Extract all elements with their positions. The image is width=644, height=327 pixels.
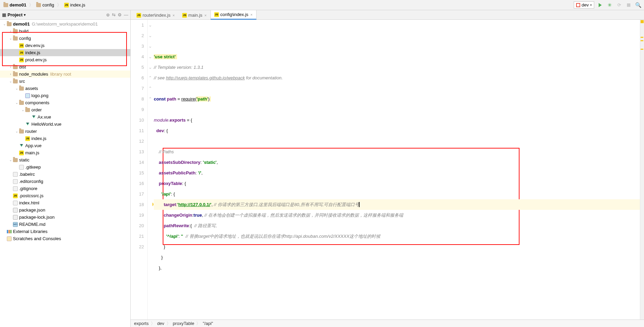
tree-item[interactable]: index.html [0, 199, 130, 206]
tree-twistie[interactable]: › [8, 72, 13, 76]
tree-item[interactable]: logo.png [0, 92, 130, 99]
code-line[interactable]: '/api': { [154, 189, 640, 199]
breadcrumb-item[interactable]: index.js [63, 2, 87, 8]
tree-item[interactable]: ⌄static [0, 156, 130, 164]
tree-item[interactable]: .gitkeep [0, 164, 130, 171]
fold-gutter[interactable]: ⌄⌄⌄⌄⌄⌃⌃⌃ [148, 20, 152, 320]
close-icon[interactable]: × [173, 13, 175, 17]
code-line[interactable] [154, 104, 640, 115]
tree-item[interactable]: ⌄config [0, 35, 130, 42]
fold-handle[interactable]: ⌃ [148, 94, 152, 104]
editor-status-crumb[interactable]: proxyTable [173, 321, 194, 326]
tree-item[interactable]: ⌄router [0, 128, 130, 135]
tree-item[interactable]: .editorconfig [0, 178, 130, 185]
fold-handle[interactable]: ⌄ [148, 20, 152, 30]
intention-bulb-icon[interactable] [152, 202, 153, 206]
warning-marker[interactable] [641, 37, 643, 38]
code-line[interactable]: }, [154, 263, 640, 273]
tree-item[interactable]: README.md [0, 221, 130, 228]
tree-item[interactable]: ⌄src [0, 78, 130, 85]
code-line[interactable] [154, 136, 640, 146]
tree-item[interactable]: Ax.vue [0, 113, 130, 121]
tree-twistie[interactable]: › [8, 65, 13, 69]
code-line[interactable] [154, 273, 640, 284]
close-icon[interactable]: × [204, 13, 206, 17]
tree-item[interactable]: ⌄assets [0, 85, 130, 92]
code-line[interactable]: pathRewrite:{ // 路径重写, [154, 220, 640, 231]
tree-item[interactable]: Scratches and Consoles [0, 235, 130, 242]
tree-item[interactable]: ⌄demo01G:\webstorm_workspace\demo01 [0, 20, 130, 28]
code-line[interactable]: assetsPublicPath: '/', [154, 168, 640, 178]
close-icon[interactable]: × [250, 13, 252, 17]
fold-handle[interactable]: ⌃ [148, 73, 152, 83]
gear-icon[interactable]: ⚙ [118, 12, 122, 17]
project-tree[interactable]: ⌄demo01G:\webstorm_workspace\demo01›buil… [0, 20, 130, 327]
code-line[interactable]: const path = require('path') [154, 94, 640, 104]
code-line[interactable] [154, 83, 640, 94]
tree-item[interactable]: main.js [0, 149, 130, 156]
fold-handle[interactable]: ⌄ [148, 30, 152, 41]
code-content[interactable]: 'use strict' // Template version: 1.3.1/… [152, 20, 640, 320]
tree-twistie[interactable]: ⌄ [2, 22, 7, 26]
locate-icon[interactable]: ⊕ [106, 12, 110, 17]
fold-handle[interactable]: ⌄ [148, 51, 152, 62]
warning-marker[interactable] [641, 40, 643, 41]
editor-status-crumb[interactable]: "/api" [203, 321, 213, 326]
stop-button[interactable] [625, 1, 632, 9]
code-line[interactable]: // Template version: 1.3.1 [154, 62, 640, 73]
tree-item[interactable]: External Libraries [0, 228, 130, 235]
breadcrumb-item[interactable]: demo01 [2, 2, 28, 8]
code-line[interactable]: // Paths [154, 146, 640, 157]
code-line[interactable]: proxyTable: { [154, 178, 640, 189]
tree-item[interactable]: .babelrc [0, 171, 130, 178]
tree-item[interactable]: index.js [0, 49, 130, 56]
tree-twistie[interactable]: ⌄ [8, 158, 13, 162]
tree-item[interactable]: package-lock.json [0, 214, 130, 221]
tree-twistie[interactable]: ⌄ [14, 87, 19, 90]
editor-tab[interactable]: router\index.js× [133, 11, 178, 19]
tree-twistie[interactable]: ⌄ [20, 108, 25, 112]
tree-item[interactable]: prod.env.js [0, 56, 130, 63]
editor-status-crumb[interactable]: exports [134, 321, 149, 326]
tree-twistie[interactable]: › [8, 29, 13, 33]
tree-twistie[interactable]: ⌄ [14, 101, 19, 105]
code-line[interactable]: } [154, 252, 640, 263]
code-line[interactable]: target:'http://127.0.0.1/', // 你请求的第三方接口… [154, 199, 640, 210]
code-line[interactable]: // see http://vuejs-templates.github.io/… [154, 73, 640, 83]
code-line[interactable]: assetsSubDirectory: 'static', [154, 157, 640, 168]
tree-item[interactable]: ›dist [0, 63, 130, 71]
run-config-selector[interactable]: dev ▾ [574, 1, 594, 9]
fold-handle[interactable]: ⌄ [148, 62, 152, 73]
editor-tab[interactable]: main.js× [178, 11, 210, 19]
tree-twistie[interactable]: ⌄ [14, 129, 19, 133]
code-line[interactable]: '^/api': '' // 替换target中的请求地址，也就是说以后你在请求… [154, 231, 640, 242]
search-button[interactable]: 🔍 [634, 1, 642, 9]
editor-status-crumb[interactable]: dev [157, 321, 164, 326]
breadcrumb-item[interactable]: config [35, 2, 56, 8]
tree-item[interactable]: package.json [0, 206, 130, 214]
tree-item[interactable]: ⌄order [0, 106, 130, 113]
tree-twistie[interactable]: ⌄ [8, 79, 13, 83]
error-stripe[interactable] [640, 20, 644, 320]
tree-item[interactable]: ›node_moduleslibrary root [0, 71, 130, 78]
tree-item[interactable]: .postcssrc.js [0, 192, 130, 199]
hide-icon[interactable]: — [124, 12, 128, 17]
project-title[interactable]: ▦ Project ▾ [2, 12, 106, 17]
tree-item[interactable]: ⌄components [0, 99, 130, 106]
run-button[interactable] [596, 1, 604, 9]
code-line[interactable]: module.exports = { [154, 115, 640, 125]
tree-item[interactable]: index.js [0, 135, 130, 142]
expand-icon[interactable]: ⇆ [112, 12, 116, 17]
code-line[interactable]: } [154, 242, 640, 252]
warning-marker[interactable] [641, 49, 643, 50]
fold-handle[interactable]: ⌃ [148, 83, 152, 94]
editor-tab[interactable]: config\index.js× [210, 10, 257, 20]
tree-item[interactable]: ›build [0, 28, 130, 35]
tree-twistie[interactable]: ⌄ [8, 36, 13, 40]
tree-item[interactable]: dev.env.js [0, 42, 130, 49]
tree-item[interactable]: HelloWorld.vue [0, 121, 130, 128]
code-editor[interactable]: 12345678910111213141516171819202122 ⌄⌄⌄⌄… [131, 20, 644, 320]
tree-item[interactable]: App.vue [0, 142, 130, 149]
fold-handle[interactable]: ⌄ [148, 41, 152, 51]
coverage-button[interactable]: ⟳ [615, 1, 623, 9]
